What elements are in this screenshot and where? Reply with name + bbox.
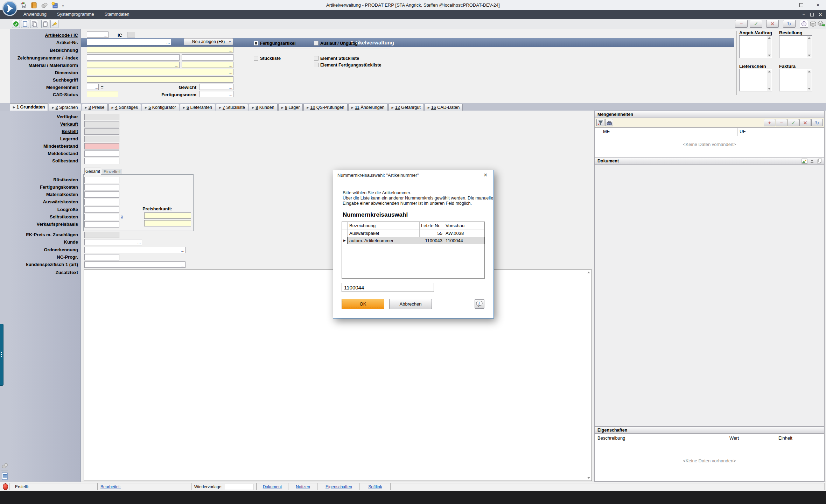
cadstatus-field[interactable]	[87, 91, 118, 97]
mindestbestand-field[interactable]	[84, 143, 119, 149]
header-refresh-button[interactable]: ↻	[783, 20, 796, 28]
tab-grunddaten[interactable]: ▶1 Grunddaten	[10, 103, 48, 111]
ic-field[interactable]	[127, 32, 135, 37]
selbstkosten-x-link[interactable]: x	[121, 214, 123, 218]
label-bestellt[interactable]: Bestellt	[10, 128, 78, 134]
suchbegriff-lookup-button[interactable]: ...	[228, 77, 233, 82]
copy-icon[interactable]	[30, 20, 38, 28]
menu-systemprogramme[interactable]: Systemprogramme	[52, 10, 99, 19]
selbstkosten-field[interactable]	[84, 214, 119, 220]
gewicht-field[interactable]: ...	[199, 84, 233, 90]
qat-dropdown-icon[interactable]: ▼	[62, 5, 64, 8]
material-field[interactable]: ...	[87, 62, 180, 68]
tab-qs-pruefungen[interactable]: ▶10 QS-Prüfungen	[303, 104, 347, 111]
wizard-icon[interactable]	[50, 20, 58, 28]
faktura-scrollbar[interactable]	[807, 70, 811, 91]
fertigungskosten-field[interactable]	[84, 184, 119, 190]
stueckliste-checkbox[interactable]	[254, 56, 258, 61]
eigenschaften-link[interactable]: Eigenschaften	[326, 484, 352, 489]
bezeichnung-lookup-button[interactable]: ...	[228, 47, 233, 52]
mdi-close-button[interactable]: ✕	[816, 10, 825, 19]
tab-cad-daten[interactable]: ▶16 CAD-Daten	[425, 104, 463, 111]
cube-export-icon[interactable]	[817, 20, 825, 29]
dialog-close-icon[interactable]: ✕	[478, 170, 493, 180]
label-artikelcode[interactable]: Artikelcode / IC	[10, 32, 78, 38]
me-col-header[interactable]: ME	[603, 128, 610, 135]
stones-icon[interactable]	[41, 1, 48, 10]
zusatztext-scroll-down[interactable]	[587, 477, 590, 479]
label-verkauft[interactable]: Verkauft	[10, 121, 78, 127]
nc-progr-field[interactable]	[84, 254, 119, 260]
fertigungsartikel-checkbox[interactable]	[254, 41, 258, 46]
materialkosten-field[interactable]	[84, 191, 119, 198]
menu-anwendung[interactable]: Anwendung	[18, 10, 52, 19]
window-icon[interactable]	[817, 159, 822, 165]
einheit-col-header[interactable]: Einheit	[778, 434, 792, 442]
tab-sprachen[interactable]: ▶2 Sprachen	[49, 104, 81, 111]
dokument-link[interactable]: Dokument	[263, 484, 282, 489]
ordnerkennung-field[interactable]: ...	[84, 247, 186, 253]
artikelcode-field[interactable]: ...	[87, 31, 108, 38]
fertigungsnorm-lookup-button[interactable]: ...	[228, 91, 233, 97]
me-accept-button[interactable]: ✓	[788, 119, 799, 126]
zeichnungsindex-field[interactable]: ...	[182, 54, 233, 61]
restore-button[interactable]	[795, 0, 807, 10]
tab-aenderungen[interactable]: ▶11 Änderungen	[348, 104, 388, 111]
picture-icon[interactable]	[802, 159, 807, 165]
header-accept-button[interactable]: ✓	[750, 20, 762, 28]
notizen-link[interactable]: Notizen	[296, 484, 310, 489]
minimize-button[interactable]: −	[779, 0, 791, 10]
material-lookup-button[interactable]: ...	[174, 62, 179, 67]
price-tab-einzelteil[interactable]: Einzelteil	[102, 169, 122, 175]
losgroesse-field[interactable]	[84, 206, 119, 213]
artikelnr-lookup-button[interactable]: ...	[166, 39, 171, 44]
mdi-minimize-button[interactable]: −	[799, 10, 808, 19]
tab-sonstiges[interactable]: ▶4 Sonstiges	[108, 104, 141, 111]
col-letzte-nr[interactable]: Letzte Nr.	[421, 222, 441, 230]
paste-icon[interactable]	[41, 20, 49, 28]
header-cancel-button[interactable]: ✕	[766, 20, 779, 28]
suchbegriff-field[interactable]: ...	[87, 76, 233, 83]
ordnerkennung-lookup-button[interactable]: ...	[180, 247, 185, 252]
new-record-icon[interactable]	[21, 20, 29, 28]
zusatztext-scroll-up[interactable]	[587, 272, 590, 273]
mengeneinheit-field[interactable]: ...	[87, 84, 99, 90]
tab-kunden[interactable]: ▶8 Kunden	[249, 104, 278, 111]
confirm-icon[interactable]	[12, 20, 20, 28]
cancel-button[interactable]: Abbrechen	[389, 299, 432, 309]
tab-lieferanten[interactable]: ▶6 Lieferanten	[180, 104, 215, 111]
element-stueckliste-checkbox[interactable]	[314, 56, 318, 61]
neu-anlegen-button[interactable]: Neu anlegen (F8) ▼	[184, 38, 233, 45]
zeichnungsnummer-field[interactable]: ...	[87, 54, 180, 61]
mdi-restore-button[interactable]	[808, 10, 816, 19]
kundenspezifisch-lookup-button[interactable]: ...	[180, 262, 185, 267]
cart-icon[interactable]	[20, 1, 27, 10]
kundenspezifisch-field[interactable]: ...	[84, 261, 186, 268]
artikelcode-lookup-button[interactable]: ...	[103, 32, 108, 37]
dialog-title-bar[interactable]: Nummernkreisauswahl: "Artikelnummer" ✕	[333, 170, 493, 180]
bestellung-scrollbar[interactable]	[807, 36, 811, 57]
binoculars-icon[interactable]	[605, 119, 613, 126]
document-small-icon[interactable]	[1, 472, 8, 482]
element-fertigungsstueckliste-checkbox[interactable]	[314, 63, 318, 67]
angeb-auftrag-listbox[interactable]	[739, 35, 772, 58]
tab-gefahrgut[interactable]: ▶12 Gefahrgut	[388, 104, 424, 111]
server-icon[interactable]	[51, 1, 59, 10]
col-bezeichnung[interactable]: Bezeichnung	[349, 222, 376, 230]
tab-lager[interactable]: ▶9 Lager	[278, 104, 303, 111]
kunde-lookup-button[interactable]: ...	[137, 239, 142, 245]
me-add-button[interactable]: +	[764, 119, 775, 126]
ruestkosten-field[interactable]	[84, 177, 119, 183]
mengeneinheiten-table[interactable]: ME UF <Keine Daten vorhanden>	[594, 128, 825, 157]
fertigungsnorm-field[interactable]: ...	[199, 91, 233, 97]
eigenschaften-table[interactable]: Beschreibung Wert Einheit <Keine Daten v…	[594, 434, 825, 482]
wiedervorlage-field[interactable]	[225, 484, 253, 490]
nummer-input[interactable]	[342, 283, 434, 292]
cube-icon[interactable]	[810, 20, 817, 29]
meldebestand-field[interactable]	[84, 150, 119, 157]
preisherkunft-field-1[interactable]	[144, 212, 191, 219]
address-book-icon[interactable]	[30, 1, 38, 10]
close-button[interactable]: ✕	[812, 0, 824, 10]
clock-icon[interactable]	[800, 20, 808, 28]
flyout-tab[interactable]	[0, 324, 4, 386]
